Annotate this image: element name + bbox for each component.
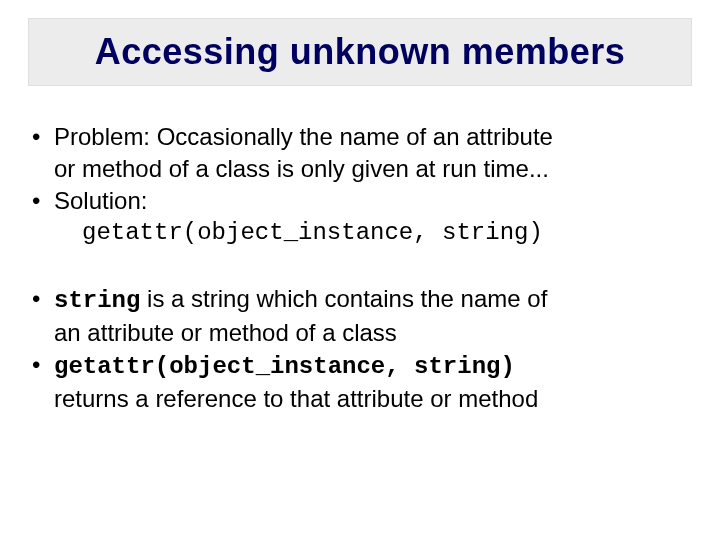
bullet-solution: Solution: — [28, 186, 692, 216]
bullet-string-rest: is a string which contains the name of — [140, 285, 547, 312]
bullet-solution-label: Solution: — [54, 187, 147, 214]
bullet-string-line2: an attribute or method of a class — [28, 318, 692, 348]
bullet-problem-line1: Problem: Occasionally the name of an att… — [54, 123, 553, 150]
slide-title: Accessing unknown members — [49, 31, 671, 73]
bullet-group-2: string is a string which contains the na… — [28, 284, 692, 414]
bullet-string-desc: string is a string which contains the na… — [28, 284, 692, 316]
bullet-getattr-desc: getattr(object_instance, string) — [28, 350, 692, 382]
slide: Accessing unknown members Problem: Occas… — [0, 0, 720, 540]
bullet-group-1: Problem: Occasionally the name of an att… — [28, 122, 692, 248]
slide-content: Problem: Occasionally the name of an att… — [28, 122, 692, 414]
bullet-getattr-line2: returns a reference to that attribute or… — [28, 384, 692, 414]
code-string: string — [54, 287, 140, 314]
solution-code: getattr(object_instance, string) — [28, 218, 692, 248]
title-container: Accessing unknown members — [28, 18, 692, 86]
bullet-problem-line2: or method of a class is only given at ru… — [28, 154, 692, 184]
code-getattr: getattr(object_instance, string) — [54, 353, 515, 380]
bullet-problem: Problem: Occasionally the name of an att… — [28, 122, 692, 152]
